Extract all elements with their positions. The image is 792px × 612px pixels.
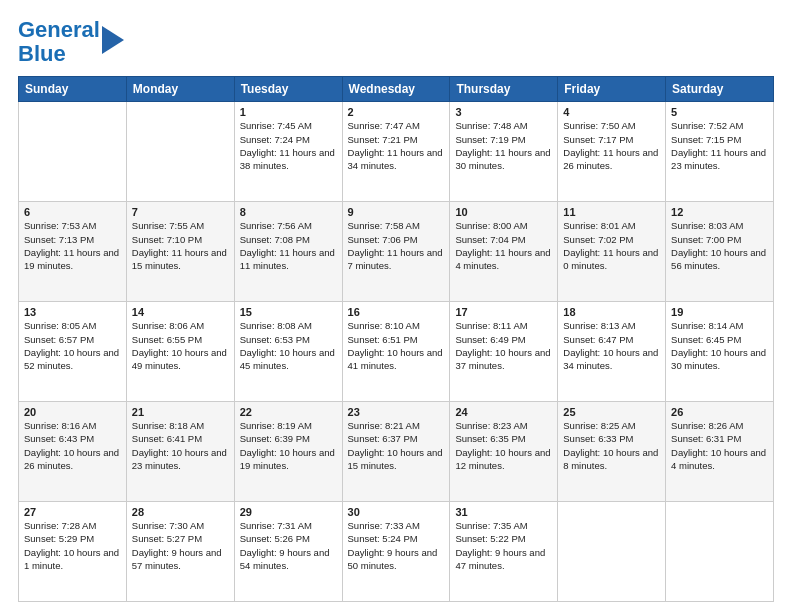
weekday-header-saturday: Saturday <box>666 77 774 102</box>
day-number: 31 <box>455 506 552 518</box>
weekday-header-monday: Monday <box>126 77 234 102</box>
calendar-cell: 22Sunrise: 8:19 AMSunset: 6:39 PMDayligh… <box>234 402 342 502</box>
cell-info: Sunrise: 8:21 AMSunset: 6:37 PMDaylight:… <box>348 419 445 472</box>
day-number: 9 <box>348 206 445 218</box>
calendar-cell: 9Sunrise: 7:58 AMSunset: 7:06 PMDaylight… <box>342 202 450 302</box>
day-number: 12 <box>671 206 768 218</box>
cell-info: Sunrise: 7:31 AMSunset: 5:26 PMDaylight:… <box>240 519 337 572</box>
day-number: 4 <box>563 106 660 118</box>
day-number: 25 <box>563 406 660 418</box>
calendar-week-5: 27Sunrise: 7:28 AMSunset: 5:29 PMDayligh… <box>19 502 774 602</box>
day-number: 16 <box>348 306 445 318</box>
logo-icon <box>102 26 124 54</box>
calendar-cell: 3Sunrise: 7:48 AMSunset: 7:19 PMDaylight… <box>450 102 558 202</box>
weekday-header-wednesday: Wednesday <box>342 77 450 102</box>
cell-info: Sunrise: 8:19 AMSunset: 6:39 PMDaylight:… <box>240 419 337 472</box>
calendar-cell: 25Sunrise: 8:25 AMSunset: 6:33 PMDayligh… <box>558 402 666 502</box>
day-number: 7 <box>132 206 229 218</box>
calendar-cell: 6Sunrise: 7:53 AMSunset: 7:13 PMDaylight… <box>19 202 127 302</box>
cell-info: Sunrise: 8:10 AMSunset: 6:51 PMDaylight:… <box>348 319 445 372</box>
calendar-cell: 31Sunrise: 7:35 AMSunset: 5:22 PMDayligh… <box>450 502 558 602</box>
calendar-cell <box>19 102 127 202</box>
calendar-cell: 21Sunrise: 8:18 AMSunset: 6:41 PMDayligh… <box>126 402 234 502</box>
cell-info: Sunrise: 8:23 AMSunset: 6:35 PMDaylight:… <box>455 419 552 472</box>
calendar-cell: 8Sunrise: 7:56 AMSunset: 7:08 PMDaylight… <box>234 202 342 302</box>
day-number: 30 <box>348 506 445 518</box>
cell-info: Sunrise: 7:58 AMSunset: 7:06 PMDaylight:… <box>348 219 445 272</box>
calendar-header-row: SundayMondayTuesdayWednesdayThursdayFrid… <box>19 77 774 102</box>
calendar-cell: 18Sunrise: 8:13 AMSunset: 6:47 PMDayligh… <box>558 302 666 402</box>
cell-info: Sunrise: 8:00 AMSunset: 7:04 PMDaylight:… <box>455 219 552 272</box>
logo: General Blue <box>18 18 124 66</box>
calendar-week-1: 1Sunrise: 7:45 AMSunset: 7:24 PMDaylight… <box>19 102 774 202</box>
cell-info: Sunrise: 8:08 AMSunset: 6:53 PMDaylight:… <box>240 319 337 372</box>
calendar-cell: 28Sunrise: 7:30 AMSunset: 5:27 PMDayligh… <box>126 502 234 602</box>
calendar-cell: 26Sunrise: 8:26 AMSunset: 6:31 PMDayligh… <box>666 402 774 502</box>
calendar-cell: 12Sunrise: 8:03 AMSunset: 7:00 PMDayligh… <box>666 202 774 302</box>
cell-info: Sunrise: 7:30 AMSunset: 5:27 PMDaylight:… <box>132 519 229 572</box>
day-number: 2 <box>348 106 445 118</box>
day-number: 26 <box>671 406 768 418</box>
svg-marker-0 <box>102 26 124 54</box>
day-number: 27 <box>24 506 121 518</box>
day-number: 17 <box>455 306 552 318</box>
calendar-cell: 1Sunrise: 7:45 AMSunset: 7:24 PMDaylight… <box>234 102 342 202</box>
page: General Blue SundayMondayTuesdayWednesda… <box>0 0 792 612</box>
calendar-cell: 10Sunrise: 8:00 AMSunset: 7:04 PMDayligh… <box>450 202 558 302</box>
cell-info: Sunrise: 7:56 AMSunset: 7:08 PMDaylight:… <box>240 219 337 272</box>
calendar-cell: 5Sunrise: 7:52 AMSunset: 7:15 PMDaylight… <box>666 102 774 202</box>
day-number: 5 <box>671 106 768 118</box>
cell-info: Sunrise: 7:53 AMSunset: 7:13 PMDaylight:… <box>24 219 121 272</box>
day-number: 24 <box>455 406 552 418</box>
calendar-week-3: 13Sunrise: 8:05 AMSunset: 6:57 PMDayligh… <box>19 302 774 402</box>
weekday-header-thursday: Thursday <box>450 77 558 102</box>
weekday-header-tuesday: Tuesday <box>234 77 342 102</box>
weekday-header-sunday: Sunday <box>19 77 127 102</box>
cell-info: Sunrise: 7:52 AMSunset: 7:15 PMDaylight:… <box>671 119 768 172</box>
day-number: 22 <box>240 406 337 418</box>
header: General Blue <box>18 18 774 66</box>
day-number: 23 <box>348 406 445 418</box>
cell-info: Sunrise: 8:16 AMSunset: 6:43 PMDaylight:… <box>24 419 121 472</box>
calendar-cell: 13Sunrise: 8:05 AMSunset: 6:57 PMDayligh… <box>19 302 127 402</box>
calendar-cell: 24Sunrise: 8:23 AMSunset: 6:35 PMDayligh… <box>450 402 558 502</box>
day-number: 29 <box>240 506 337 518</box>
calendar-cell: 2Sunrise: 7:47 AMSunset: 7:21 PMDaylight… <box>342 102 450 202</box>
calendar-cell: 29Sunrise: 7:31 AMSunset: 5:26 PMDayligh… <box>234 502 342 602</box>
day-number: 10 <box>455 206 552 218</box>
cell-info: Sunrise: 7:48 AMSunset: 7:19 PMDaylight:… <box>455 119 552 172</box>
cell-info: Sunrise: 7:47 AMSunset: 7:21 PMDaylight:… <box>348 119 445 172</box>
calendar-cell: 30Sunrise: 7:33 AMSunset: 5:24 PMDayligh… <box>342 502 450 602</box>
day-number: 13 <box>24 306 121 318</box>
day-number: 15 <box>240 306 337 318</box>
weekday-header-friday: Friday <box>558 77 666 102</box>
cell-info: Sunrise: 8:11 AMSunset: 6:49 PMDaylight:… <box>455 319 552 372</box>
day-number: 18 <box>563 306 660 318</box>
day-number: 14 <box>132 306 229 318</box>
day-number: 11 <box>563 206 660 218</box>
calendar-cell: 7Sunrise: 7:55 AMSunset: 7:10 PMDaylight… <box>126 202 234 302</box>
cell-info: Sunrise: 8:05 AMSunset: 6:57 PMDaylight:… <box>24 319 121 372</box>
calendar-cell: 11Sunrise: 8:01 AMSunset: 7:02 PMDayligh… <box>558 202 666 302</box>
cell-info: Sunrise: 8:18 AMSunset: 6:41 PMDaylight:… <box>132 419 229 472</box>
calendar-cell: 4Sunrise: 7:50 AMSunset: 7:17 PMDaylight… <box>558 102 666 202</box>
calendar-cell <box>558 502 666 602</box>
cell-info: Sunrise: 8:01 AMSunset: 7:02 PMDaylight:… <box>563 219 660 272</box>
calendar-cell: 23Sunrise: 8:21 AMSunset: 6:37 PMDayligh… <box>342 402 450 502</box>
calendar-week-4: 20Sunrise: 8:16 AMSunset: 6:43 PMDayligh… <box>19 402 774 502</box>
cell-info: Sunrise: 8:06 AMSunset: 6:55 PMDaylight:… <box>132 319 229 372</box>
cell-info: Sunrise: 8:26 AMSunset: 6:31 PMDaylight:… <box>671 419 768 472</box>
calendar-cell: 27Sunrise: 7:28 AMSunset: 5:29 PMDayligh… <box>19 502 127 602</box>
calendar-week-2: 6Sunrise: 7:53 AMSunset: 7:13 PMDaylight… <box>19 202 774 302</box>
calendar-cell <box>666 502 774 602</box>
day-number: 28 <box>132 506 229 518</box>
day-number: 8 <box>240 206 337 218</box>
cell-info: Sunrise: 7:45 AMSunset: 7:24 PMDaylight:… <box>240 119 337 172</box>
day-number: 19 <box>671 306 768 318</box>
day-number: 20 <box>24 406 121 418</box>
cell-info: Sunrise: 8:25 AMSunset: 6:33 PMDaylight:… <box>563 419 660 472</box>
day-number: 21 <box>132 406 229 418</box>
cell-info: Sunrise: 7:35 AMSunset: 5:22 PMDaylight:… <box>455 519 552 572</box>
cell-info: Sunrise: 7:55 AMSunset: 7:10 PMDaylight:… <box>132 219 229 272</box>
calendar-cell: 15Sunrise: 8:08 AMSunset: 6:53 PMDayligh… <box>234 302 342 402</box>
